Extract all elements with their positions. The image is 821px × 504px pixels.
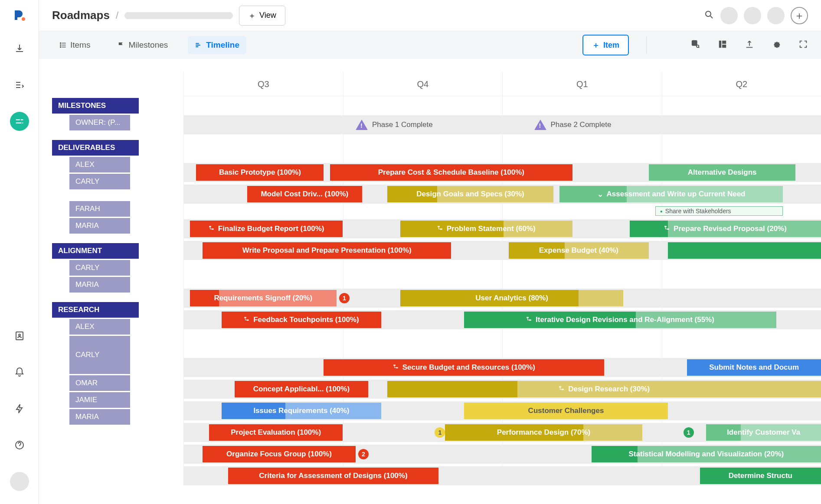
- row-label[interactable]: ALEX: [69, 319, 130, 335]
- row-label[interactable]: CARLY: [69, 260, 130, 276]
- count-badge: 1: [435, 427, 445, 438]
- row-label[interactable]: MARIA: [69, 277, 130, 293]
- gantt-bar[interactable]: Finalize Budget Report (100%): [190, 221, 343, 237]
- gantt-bar[interactable]: ⌄Assessment and Write up Current Need: [559, 186, 783, 202]
- user-avatar[interactable]: [10, 472, 29, 491]
- row-label[interactable]: JAMIE: [69, 392, 130, 408]
- row-label[interactable]: CARLY: [69, 336, 130, 374]
- svg-rect-17: [212, 228, 214, 230]
- bar-label: Secure Budget and Resources (100%): [402, 363, 535, 372]
- gantt-bar[interactable]: Design Research (30%): [387, 381, 821, 397]
- subtask-item[interactable]: Share with Stakeholders: [655, 206, 783, 216]
- warning-icon: [534, 120, 546, 130]
- gantt-bar[interactable]: Secure Budget and Resources (100%): [324, 359, 604, 376]
- bar-label: Requirements Signoff (20%): [214, 294, 312, 302]
- search-icon[interactable]: [704, 10, 714, 22]
- row-label[interactable]: MARIA: [69, 218, 130, 234]
- top-bar: Roadmap­s / ＋ View ＋: [39, 0, 821, 31]
- add-item-button[interactable]: ＋ Item: [582, 35, 629, 55]
- gantt-bar[interactable]: Feedback Touchpoints (100%): [222, 312, 381, 328]
- gantt-bar[interactable]: Concept Applicabl... (100%): [235, 381, 369, 397]
- count-badge: 1: [339, 293, 350, 303]
- fullscreen-icon[interactable]: [798, 39, 808, 51]
- milestone-marker[interactable]: Phase 2 Complete: [534, 120, 612, 130]
- gantt-bar[interactable]: Organize Focus Group (100%): [203, 446, 356, 462]
- row-label[interactable]: CARLY: [69, 174, 130, 189]
- items-view-btn[interactable]: Items: [52, 36, 97, 54]
- bolt-icon[interactable]: [10, 399, 29, 418]
- row-label[interactable]: ALEX: [69, 157, 130, 172]
- group-header[interactable]: MILESTONES: [52, 98, 139, 114]
- gantt-bar[interactable]: Write Proposal and Prepare Presentation …: [203, 242, 451, 259]
- help-icon[interactable]: [10, 436, 29, 455]
- svg-rect-9: [62, 45, 66, 46]
- svg-rect-11: [692, 41, 697, 46]
- gantt-bar[interactable]: Customer Challenges: [464, 403, 668, 419]
- row-label[interactable]: FARAH: [69, 201, 130, 217]
- bell-icon[interactable]: [10, 363, 29, 382]
- bar-label: Expense Budget (40%): [539, 246, 618, 255]
- layout-icon[interactable]: [718, 39, 727, 51]
- milestones-view-btn[interactable]: Milestones: [110, 36, 175, 54]
- breadcrumb-separator: /: [116, 10, 118, 21]
- gantt-bar[interactable]: Submit Notes and Docum: [687, 359, 821, 376]
- timeline-nav-icon[interactable]: [10, 112, 29, 131]
- row-label[interactable]: OMAR: [69, 375, 130, 391]
- warning-icon: [356, 120, 368, 130]
- gantt-bar[interactable]: Statistical Modelling and Visualization …: [592, 446, 821, 462]
- svg-rect-24: [527, 317, 529, 318]
- subtasks-icon: [526, 315, 532, 324]
- gantt-bar[interactable]: Determine Structu: [700, 468, 821, 484]
- link-settings-icon[interactable]: [691, 39, 700, 51]
- gantt-bar[interactable]: Basic Prototype (100%): [196, 164, 324, 181]
- row-label[interactable]: OWNER: (P...: [69, 115, 130, 130]
- bar-label: Iterative Design Revisions and Re-Alignm…: [536, 315, 714, 324]
- milestone-label: Phase 2 Complete: [551, 120, 612, 129]
- download-icon[interactable]: [10, 39, 29, 58]
- group-header[interactable]: DELIVERABLES: [52, 140, 139, 156]
- gantt-bar[interactable]: Issues Requirements (40%): [222, 403, 381, 419]
- svg-rect-14: [722, 41, 726, 44]
- gantt-bar[interactable]: Performance Design (70%): [445, 424, 643, 441]
- add-view-button[interactable]: ＋ View: [239, 6, 285, 26]
- gantt-row: Basic Prototype (100%)Prepare Cost & Sch…: [183, 163, 821, 182]
- gantt-bar[interactable]: User Analytics (80%): [400, 290, 624, 306]
- gantt-bar[interactable]: Problem Statement (60%): [400, 221, 572, 237]
- export-icon[interactable]: [745, 39, 754, 51]
- svg-rect-19: [440, 228, 442, 230]
- gantt-bar[interactable]: Iterative Design Revisions and Re-Alignm…: [464, 312, 776, 328]
- gantt-bar[interactable]: Project Evaluation (100%): [209, 424, 343, 441]
- milestone-marker[interactable]: Phase 1 Complete: [356, 120, 433, 130]
- gantt-bar[interactable]: Design Goals and Specs (30%): [387, 186, 553, 202]
- gantt-bar[interactable]: Model Cost Driv... (100%): [247, 186, 362, 202]
- bar-label: Prepare Cost & Schedule Baseline (100%): [378, 168, 524, 177]
- filter-icon[interactable]: [664, 39, 674, 51]
- gantt-row: Organize Focus Group (100%)2Statistical …: [183, 445, 821, 464]
- gantt-bar[interactable]: Prepare Cost & Schedule Baseline (100%): [330, 164, 572, 181]
- gantt-bar[interactable]: Expense Budget (40%): [509, 242, 649, 259]
- quarter-header: Q4: [343, 72, 503, 96]
- bar-label: Organize Focus Group (100%): [226, 450, 332, 458]
- svg-rect-18: [438, 226, 440, 227]
- gantt-bar[interactable]: Identify Customer Va: [706, 424, 821, 441]
- gantt-bar[interactable]: Prepare Revised Proposal (20%): [630, 221, 821, 237]
- gantt-bar[interactable]: Requirements Signoff (20%): [190, 290, 337, 306]
- gantt-bar[interactable]: Criteria for Assessment of Designs (100%…: [228, 468, 438, 484]
- group-header[interactable]: ALIGNMENT: [52, 243, 139, 259]
- count-badge: 2: [358, 449, 369, 459]
- group-header[interactable]: RESEARCH: [52, 302, 139, 318]
- page-title: Roadmap­s: [52, 9, 110, 22]
- timeline-view-btn[interactable]: Timeline: [188, 36, 246, 54]
- row-labels-column: MILESTONESOWNER: (P...DELIVERABLESALEXCA…: [52, 98, 173, 425]
- gear-icon[interactable]: [772, 39, 781, 51]
- gantt-rows: Phase 1 CompletePhase 2 CompleteBasic Pr…: [183, 96, 821, 485]
- gantt-bar[interactable]: Alternative Designs: [649, 164, 795, 181]
- add-member-button[interactable]: ＋: [791, 7, 808, 24]
- row-label[interactable]: MARIA: [69, 409, 130, 425]
- gantt-row: Finalize Budget Report (100%)Problem Sta…: [183, 219, 821, 238]
- contacts-icon[interactable]: [10, 326, 29, 345]
- tasks-icon[interactable]: [10, 75, 29, 94]
- svg-rect-26: [393, 364, 396, 366]
- gantt-bar[interactable]: [668, 242, 821, 259]
- svg-point-2: [19, 334, 20, 336]
